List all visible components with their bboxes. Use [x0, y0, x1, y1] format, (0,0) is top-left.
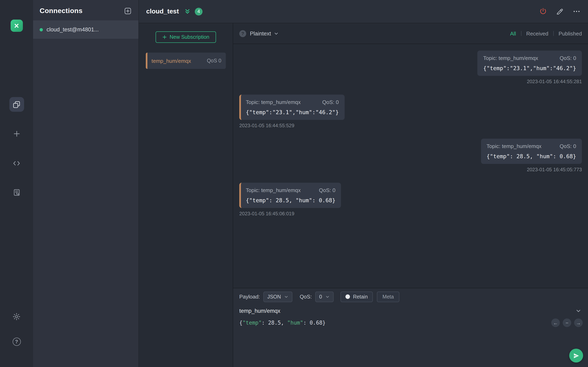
message-bubble[interactable]: Topic: temp_hum/emqx QoS: 0 {"temp": 28.… — [239, 183, 341, 208]
editor-nav: ← − → — [551, 318, 583, 327]
nav-script-button[interactable] — [9, 156, 24, 170]
power-icon — [539, 7, 547, 16]
message-payload: {"temp":"23.1","hum":"46.2"} — [483, 65, 576, 71]
message-payload: {"temp": 28.5, "hum": 0.68} — [486, 153, 576, 159]
subscription-item[interactable]: temp_hum/emqx QoS 0 — [146, 53, 226, 69]
chevron-double-down-icon[interactable] — [185, 8, 190, 14]
payload-editor-line: {"temp": 28.5, "hum": 0.68} — [239, 320, 582, 326]
ellipsis-icon — [572, 7, 581, 16]
message-topic: Topic: temp_hum/emqx — [246, 187, 301, 193]
message-topic: Topic: temp_hum/emqx — [486, 143, 541, 149]
nav-new-connection-button[interactable] — [9, 126, 24, 141]
connections-panel: Connections cloud_test@m4801... — [33, 0, 139, 367]
code-icon — [12, 159, 21, 167]
disconnect-button[interactable] — [539, 7, 547, 16]
meta-button[interactable]: Meta — [377, 291, 399, 302]
filter-separator — [521, 31, 521, 36]
main-body: New Subscription temp_hum/emqx QoS 0 ? P… — [139, 23, 588, 367]
editor-collapse-button[interactable]: − — [563, 318, 571, 327]
retain-radio-icon — [345, 294, 350, 299]
editor-next-button[interactable]: → — [574, 318, 583, 327]
payload-format-value: Plaintext — [250, 30, 271, 36]
chevron-down-icon — [274, 31, 278, 36]
filter-received[interactable]: Received — [526, 30, 548, 36]
message-payload: {"temp": 28.5, "hum": 0.68} — [246, 197, 336, 203]
nav-log-button[interactable] — [9, 185, 24, 200]
payload-format-help-icon[interactable]: ? — [239, 30, 246, 37]
connections-stack-icon — [12, 100, 21, 109]
nav-connections-button[interactable] — [9, 97, 24, 112]
new-subscription-label: New Subscription — [170, 34, 209, 40]
logo-glyph: × — [14, 22, 19, 30]
filter-published[interactable]: Published — [559, 30, 582, 36]
connection-header: cloud_test 4 — [139, 0, 588, 23]
message-bubble[interactable]: Topic: temp_hum/emqx QoS: 0 {"temp":"23.… — [239, 95, 345, 120]
messages-toolbar: ? Plaintext All Received Published — [233, 23, 588, 44]
log-search-icon — [12, 188, 21, 197]
message-timestamp: 2023-01-05 16:44:55:529 — [239, 123, 345, 128]
question-icon: ? — [15, 339, 18, 345]
message-received: Topic: temp_hum/emqx QoS: 0 {"temp": 28.… — [239, 183, 341, 217]
message-topic: Topic: temp_hum/emqx — [483, 55, 538, 61]
connection-status-dot — [40, 28, 43, 31]
publish-panel: Payload: JSON QoS: 0 — [233, 288, 588, 367]
help-button[interactable]: ? — [12, 338, 21, 346]
connection-item[interactable]: cloud_test@m4801... — [33, 20, 138, 39]
messages-panel: ? Plaintext All Received Published — [233, 23, 588, 367]
chevron-down-icon — [325, 295, 329, 299]
retain-label: Retain — [353, 294, 368, 300]
add-connection-button[interactable] — [124, 7, 132, 15]
connection-name: cloud_test@m4801... — [47, 26, 99, 33]
send-button[interactable] — [569, 349, 583, 363]
new-subscription-button[interactable]: New Subscription — [156, 31, 216, 43]
message-bubble[interactable]: Topic: temp_hum/emqx QoS: 0 {"temp": 28.… — [481, 139, 582, 164]
connections-header: Connections — [33, 0, 138, 20]
left-icon-sidebar: × — [0, 0, 33, 367]
main-area: cloud_test 4 — [139, 0, 588, 367]
message-timestamp: 2023-01-05 16:44:55:281 — [477, 79, 582, 84]
gear-icon — [12, 312, 21, 321]
message-qos: QoS: 0 — [560, 55, 576, 61]
sidebar-nav — [9, 97, 24, 200]
pencil-icon — [556, 7, 564, 16]
editor-prev-button[interactable]: ← — [551, 318, 560, 327]
edit-connection-button[interactable] — [556, 7, 564, 16]
connection-title: cloud_test — [146, 8, 179, 15]
message-qos: QoS: 0 — [322, 99, 339, 105]
payload-format-select[interactable]: Plaintext — [250, 30, 278, 36]
payload-label: Payload: — [239, 294, 260, 300]
filter-all[interactable]: All — [510, 30, 516, 36]
message-list: Topic: temp_hum/emqx QoS: 0 {"temp":"23.… — [233, 44, 588, 288]
paper-plane-icon — [573, 352, 580, 359]
settings-button[interactable] — [9, 309, 24, 324]
payload-format-dropdown-value: JSON — [267, 294, 281, 300]
message-count-badge: 4 — [195, 8, 203, 15]
publish-controls: Payload: JSON QoS: 0 — [233, 288, 588, 305]
retain-toggle[interactable]: Retain — [340, 291, 373, 302]
payload-format-dropdown[interactable]: JSON — [263, 291, 292, 302]
subscription-accent-bar — [146, 53, 147, 69]
message-published: Topic: temp_hum/emqx QoS: 0 {"temp":"23.… — [477, 50, 582, 84]
header-actions — [539, 7, 581, 16]
plus-icon — [12, 130, 21, 138]
payload-editor[interactable]: {"temp": 28.5, "hum": 0.68} ← − → — [233, 317, 588, 367]
qos-label: QoS: — [300, 294, 312, 300]
message-timestamp: 2023-01-05 16:45:06:019 — [239, 211, 341, 217]
message-received: Topic: temp_hum/emqx QoS: 0 {"temp":"23.… — [239, 95, 345, 128]
subscription-topic: temp_hum/emqx — [147, 58, 207, 64]
message-qos: QoS: 0 — [319, 187, 336, 193]
filter-separator — [553, 31, 554, 36]
connections-title: Connections — [40, 7, 82, 15]
square-plus-icon — [124, 7, 132, 15]
message-payload: {"temp":"23.1","hum":"46.2"} — [246, 109, 339, 115]
topic-input[interactable] — [239, 308, 575, 314]
mqttx-logo: × — [10, 20, 23, 32]
more-options-button[interactable] — [572, 7, 581, 16]
sidebar-bottom: ? — [9, 309, 24, 346]
message-bubble[interactable]: Topic: temp_hum/emqx QoS: 0 {"temp":"23.… — [477, 50, 582, 76]
message-timestamp: 2023-01-05 16:45:05:773 — [481, 167, 582, 173]
collapse-publish-button[interactable] — [575, 308, 582, 314]
message-filters: All Received Published — [510, 30, 582, 36]
message-qos: QoS: 0 — [560, 143, 576, 149]
qos-dropdown[interactable]: 0 — [315, 291, 333, 302]
